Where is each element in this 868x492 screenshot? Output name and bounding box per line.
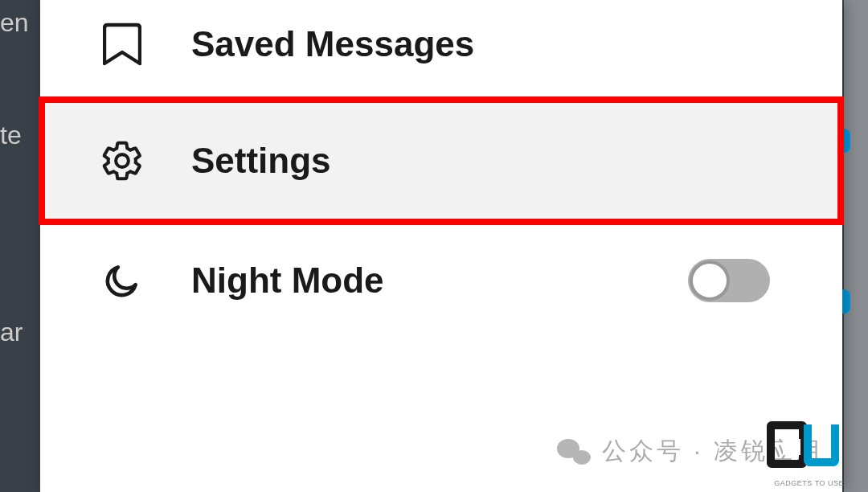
toggle-thumb xyxy=(690,260,730,301)
menu-item-label: Night Mode xyxy=(191,260,384,301)
moon-icon xyxy=(100,258,145,303)
gadgets-to-use-logo xyxy=(767,421,839,478)
menu-item-label: Saved Messages xyxy=(191,24,474,64)
navigation-drawer: Saved Messages Settings Night Mode xyxy=(40,0,842,492)
night-mode-toggle[interactable] xyxy=(688,259,770,302)
bg-text-fragment: en xyxy=(0,8,29,38)
right-edge-strip xyxy=(844,0,868,492)
menu-item-night-mode[interactable]: Night Mode xyxy=(40,228,842,333)
bookmark-icon xyxy=(100,22,145,67)
menu-item-saved-messages[interactable]: Saved Messages xyxy=(40,0,842,96)
background-chat-strip: en te ar xyxy=(0,0,40,492)
logo-subtext: GADGETS TO USE xyxy=(774,479,844,487)
gear-icon xyxy=(100,138,145,183)
menu-item-label: Settings xyxy=(191,141,331,181)
bg-text-fragment: te xyxy=(0,121,22,150)
bg-text-fragment: ar xyxy=(0,318,23,347)
menu-item-settings[interactable]: Settings xyxy=(39,96,844,225)
wechat-icon xyxy=(557,437,591,466)
